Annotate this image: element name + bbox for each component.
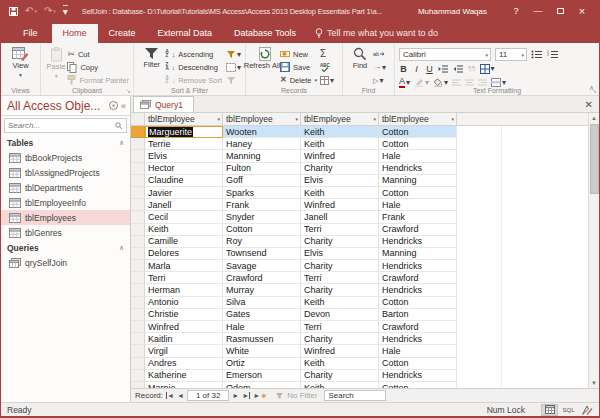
font-name-combo[interactable]: Calibri▾ [399,48,491,61]
sidebar-table-item[interactable]: tblDepartments [1,180,130,195]
view-button[interactable]: View ▼ [5,45,36,78]
new-record-button[interactable]: ✱ New [280,48,317,60]
tab-database-tools[interactable]: Database Tools [223,24,307,43]
nav-search-input[interactable] [8,121,115,130]
italic-icon[interactable]: I [412,64,421,74]
next-record-icon[interactable]: ► [232,392,239,399]
table-row[interactable]: Virgil White Winfred Hale [131,345,588,357]
font-size-combo[interactable]: 11▾ [495,48,527,61]
gridlines-button[interactable]: ▾ [480,63,495,75]
align-left-icon[interactable] [452,79,461,87]
table-row[interactable]: Andres Ortiz Keith Cotton [131,358,588,370]
scroll-down-icon[interactable]: ▼ [591,378,597,388]
record-position[interactable]: 1 of 32 [187,390,229,401]
replace-button[interactable]: ab [373,48,386,60]
table-row[interactable]: Cecil Snyder Janell Frank [131,211,588,223]
row-selector[interactable] [131,236,145,248]
align-center-icon[interactable] [465,79,474,87]
nav-search-box[interactable] [4,118,127,133]
filter-button[interactable]: Filter [138,45,165,70]
ascending-button[interactable]: AZ↓ Ascending [165,48,222,60]
vertical-scrollbar[interactable]: ▲ ▼ [588,113,599,388]
sidebar-table-item[interactable]: tblGenres [1,225,130,240]
save-icon[interactable] [9,7,18,16]
table-row[interactable]: Marguerite Wooten Keith Cotton [131,126,588,138]
row-selector[interactable] [131,272,145,284]
table-row[interactable]: Claudine Goff Elvis Manning [131,175,588,187]
shutter-close-icon[interactable]: « [121,101,126,111]
find-button[interactable]: Find [347,45,373,71]
bold-icon[interactable]: B [399,64,408,74]
close-document-icon[interactable]: ✕ [585,99,599,112]
nav-section-queries[interactable]: Queries ∧ [1,240,130,255]
row-selector[interactable] [131,333,145,345]
sidebar-table-item[interactable]: tblEmployeeInfo [1,195,130,210]
bullets-icon[interactable] [531,50,543,59]
table-row[interactable]: Herman Murray Charity Hendricks [131,284,588,296]
paste-button[interactable]: Paste ▼ [45,45,67,79]
row-selector[interactable] [131,260,145,272]
table-row[interactable]: Katherine Emerson Charity Hendricks [131,370,588,382]
table-row[interactable]: Javier Sparks Keith Cotton [131,187,588,199]
remove-sort-button[interactable]: AZ↓ Remove Sort [165,74,222,86]
format-painter-button[interactable]: Format Painter [67,74,129,86]
totals-button[interactable]: Σ [320,48,334,60]
column-dropdown-icon[interactable]: ▾ [451,116,454,122]
record-search-input[interactable] [324,390,386,401]
undo-icon[interactable]: ↶▾ [25,6,37,16]
tab-query1[interactable]: Query1 [133,96,194,112]
row-selector[interactable] [131,175,145,187]
spelling-button[interactable]: ABC [320,61,334,73]
row-selector[interactable] [131,345,145,357]
scrollbar-thumb[interactable] [590,124,599,194]
column-header[interactable]: tblEmployee ▾ [301,113,379,125]
table-row[interactable]: Elvis Manning Winfred Hale [131,150,588,162]
last-record-icon[interactable]: ► [242,392,250,399]
selection-filter-button[interactable]: ▾ [226,48,241,60]
tab-external-data[interactable]: External Data [147,24,224,43]
row-selector[interactable] [131,284,145,296]
row-selector[interactable] [131,370,145,382]
column-dropdown-icon[interactable]: ▾ [217,116,220,122]
row-selector[interactable] [131,224,145,236]
table-row[interactable]: Keith Cotton Terri Crawford [131,224,588,236]
align-right-icon[interactable] [478,79,487,87]
row-selector[interactable] [131,297,145,309]
scroll-up-icon[interactable]: ▲ [591,113,597,123]
column-header[interactable]: tblEmployee ▾ [223,113,301,125]
nav-pane-header[interactable]: All Access Obje... « [1,96,130,116]
table-row[interactable]: Antonio Silva Keith Cotton [131,297,588,309]
minimize-button[interactable]: — [527,0,549,22]
close-button[interactable]: × [571,0,593,22]
more-records-button[interactable]: ▾ [320,74,334,86]
save-record-button[interactable]: Save [280,61,317,73]
table-row[interactable]: Janell Frank Winfred Hale [131,199,588,211]
increase-indent-icon[interactable] [453,65,464,73]
tell-me-box[interactable]: Tell me what you want to do [307,24,446,43]
sql-view-button[interactable]: SQL [560,404,577,416]
row-selector[interactable] [131,138,145,150]
table-row[interactable]: Christie Gates Devon Barton [131,309,588,321]
copy-button[interactable]: Copy [67,61,129,73]
table-row[interactable]: Delores Townsend Elvis Manning [131,248,588,260]
sidebar-query-item[interactable]: qrySelfJoin [1,255,130,270]
collapse-section-icon[interactable]: ∧ [119,244,124,252]
collapse-ribbon-icon[interactable]: ∧ [589,84,594,92]
underline-icon[interactable]: U [425,64,434,74]
row-selector[interactable] [131,248,145,260]
row-selector[interactable] [131,382,145,388]
cut-button[interactable]: ✂ Cut [67,48,129,60]
table-row[interactable]: Marnie Odom Keith Cotton [131,382,588,388]
customize-qat-icon[interactable]: ▾ [63,5,68,17]
table-row[interactable]: Hector Fulton Charity Hendricks [131,163,588,175]
row-selector[interactable] [131,126,145,138]
row-selector[interactable] [131,211,145,223]
table-row[interactable]: Camille Roy Charity Hendricks [131,236,588,248]
row-selector[interactable] [131,358,145,370]
table-row[interactable]: Marla Savage Charity Hendricks [131,260,588,272]
goto-button[interactable]: →▾ [373,61,386,73]
previous-record-icon[interactable]: ◄ [177,392,184,399]
collapse-section-icon[interactable]: ∧ [119,139,124,147]
column-dropdown-icon[interactable]: ▾ [373,116,376,122]
design-view-button[interactable] [579,404,596,416]
